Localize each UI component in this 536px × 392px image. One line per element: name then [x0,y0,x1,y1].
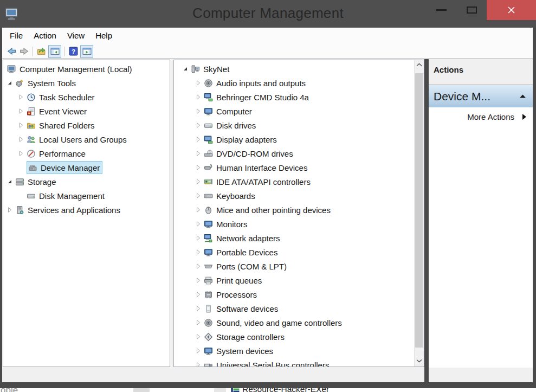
tree-item-processors[interactable]: Processors [174,287,424,301]
expand-arrow-icon[interactable] [194,121,203,130]
collapse-arrow-icon[interactable] [5,79,14,87]
expand-arrow-icon[interactable] [194,149,203,158]
menu-item-help[interactable]: Help [90,28,118,44]
actions-pane-body: Device M... More Actions [429,85,533,368]
tree-item-software-devices[interactable]: Software devices [174,301,424,316]
printer-icon [204,276,213,285]
expand-arrow-icon[interactable] [17,149,25,158]
maximize-button[interactable] [456,0,487,20]
expand-arrow-icon[interactable] [194,107,203,115]
more-actions-item[interactable]: More Actions [429,112,533,121]
menu-item-view[interactable]: View [62,28,90,44]
expand-arrow-icon[interactable] [194,234,203,242]
expand-arrow-icon[interactable] [194,262,203,271]
tree-item-label: Computer [216,107,252,116]
maximize-icon [467,7,477,14]
tree-item-display-adapters[interactable]: Display adapters [174,132,424,146]
tree-item-system-devices[interactable]: System devices [174,344,424,358]
forward-button[interactable] [18,46,29,57]
vertical-scrollbar[interactable] [414,60,424,367]
tree-item-portable-devices[interactable]: Portable Devices [174,245,424,259]
close-icon [507,6,515,14]
tree-item-label: Task Scheduler [39,93,95,102]
computer-host-icon [191,65,200,74]
tree-item-keyboards[interactable]: Keyboards [174,189,424,203]
tree-item-system-tools[interactable]: System Tools [3,76,170,90]
tree-item-audio-inputs-and-outputs[interactable]: Audio inputs and outputs [174,76,424,90]
console-tree-pane-button[interactable] [48,45,61,58]
tree-item-label: IDE ATA/ATAPI controllers [216,177,311,187]
tree-item-dvd-cd-rom-drives[interactable]: DVD/CD-ROM drives [174,146,424,160]
scrollbar-thumb[interactable] [415,73,423,348]
tree-item-behringer-cmd-studio-4a[interactable]: Behringer CMD Studio 4a [174,90,424,104]
chevron-up-icon [416,63,422,67]
tree-item-ide-ata-atapi-controllers[interactable]: IDE ATA/ATAPI controllers [174,175,424,189]
tree-item-human-interface-devices[interactable]: Human Interface Devices [174,160,424,175]
expand-arrow-icon[interactable] [194,332,203,341]
expand-arrow-icon[interactable] [194,248,203,256]
tree-item-skynet[interactable]: SkyNet [174,62,424,76]
collapse-arrow-icon[interactable] [5,177,14,186]
tree-item-shared-folders[interactable]: Shared Folders [3,118,170,132]
menu-item-action[interactable]: Action [28,28,62,44]
tree-item-monitors[interactable]: Monitors [174,217,424,231]
tree-item-performance[interactable]: Performance [3,146,170,160]
tree-item-storage[interactable]: Storage [3,175,170,189]
show-hide-action-pane-button[interactable] [80,45,93,58]
expand-arrow-icon[interactable] [194,93,203,101]
minimize-button[interactable] [426,0,456,20]
tree-item-computer-management-local[interactable]: Computer Management (Local) [3,62,170,76]
tree-item-local-users-and-groups[interactable]: Local Users and Groups [3,132,170,146]
expand-arrow-icon[interactable] [194,304,203,313]
tree-item-mice-and-other-pointing-devices[interactable]: Mice and other pointing devices [174,203,424,217]
monitor-icon [204,220,213,229]
collapse-arrow-icon[interactable] [181,65,190,73]
close-button[interactable] [487,0,536,20]
expand-arrow-icon[interactable] [194,318,203,327]
scrollbar-down-button[interactable] [415,356,424,365]
chevron-down-icon [416,359,422,363]
expand-arrow-icon[interactable] [17,135,25,144]
expand-arrow-icon[interactable] [194,346,203,355]
show-hide-console-tree-button[interactable] [36,46,47,57]
tree-item-disk-management[interactable]: Disk Management [3,189,170,203]
expand-arrow-icon[interactable] [194,177,203,186]
collapse-section-icon[interactable] [519,94,526,99]
device-manager-actions-section[interactable]: Device M... [429,85,533,107]
tree-item-network-adapters[interactable]: Network adapters [174,231,424,245]
scrollbar-up-button[interactable] [415,60,424,69]
minimize-icon [436,9,447,11]
tree-item-storage-controllers[interactable]: Storage controllers [174,330,424,344]
expand-arrow-icon[interactable] [194,290,203,299]
menu-item-file[interactable]: File [4,28,28,44]
tree-item-disk-drives[interactable]: Disk drives [174,118,424,132]
tree-item-services-and-applications[interactable]: Services and Applications [3,203,170,217]
expand-arrow-icon[interactable] [194,205,203,214]
expand-arrow-icon[interactable] [194,191,203,200]
expand-arrow-icon[interactable] [17,93,25,101]
tree-item-sound-video-and-game-controllers[interactable]: Sound, video and game controllers [174,316,424,330]
tree-item-label: Universal Serial Bus controllers [216,361,329,368]
expand-arrow-icon[interactable] [194,163,203,172]
tree-item-print-queues[interactable]: Print queues [174,273,424,287]
tree-item-device-manager[interactable]: Device Manager [3,160,170,175]
tree-item-task-scheduler[interactable]: Task Scheduler [3,90,170,104]
actions-pane: Actions Device M... More Actions [429,59,533,382]
back-button[interactable] [6,46,17,57]
expand-arrow-icon[interactable] [194,135,203,144]
selected-item-highlight[interactable]: Device Manager [27,161,102,174]
expand-arrow-icon[interactable] [194,276,203,285]
tree-item-universal-serial-bus-controllers[interactable]: Universal Serial Bus controllers [174,358,424,367]
pane-divider[interactable] [424,59,429,382]
expand-arrow-icon[interactable] [194,361,203,367]
tree-item-ports-com-lpt[interactable]: Ports (COM & LPT) [174,259,424,273]
tree-item-event-viewer[interactable]: Event Viewer [3,104,170,118]
expand-arrow-icon[interactable] [5,205,14,214]
expand-arrow-icon[interactable] [194,220,203,228]
help-button[interactable] [68,46,79,57]
expand-arrow-icon[interactable] [17,107,25,115]
arrow-left-icon [7,47,16,56]
tree-item-computer[interactable]: Computer [174,104,424,118]
expand-arrow-icon[interactable] [17,121,25,130]
expand-arrow-icon[interactable] [194,79,203,87]
